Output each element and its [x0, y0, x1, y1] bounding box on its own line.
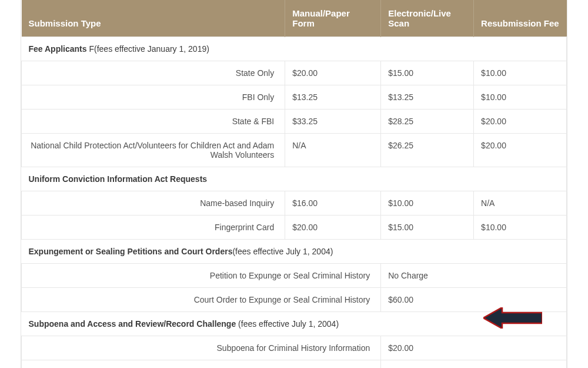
- cell-value: $13.25: [285, 85, 381, 110]
- annotation-arrow-icon: [483, 307, 542, 329]
- section-fee-applicants: Fee Applicants F(fees effective January …: [22, 37, 567, 61]
- row-label: Subpoena for Criminal History Informatio…: [22, 336, 381, 360]
- cell-value: N/A: [474, 191, 567, 216]
- section-title: Uniform Conviction Information Act Reque…: [29, 174, 208, 184]
- cell-value: $10.00: [474, 216, 567, 240]
- row-label: Fingerprint Card: [22, 216, 285, 240]
- row-label: Name-based Inquiry: [22, 191, 285, 216]
- section-note: (fees effective July 1, 2004): [232, 247, 333, 256]
- col-manual-paper: Manual/Paper Form: [285, 0, 381, 37]
- col-electronic: Electronic/Live Scan: [381, 0, 474, 37]
- section-uniform-conviction: Uniform Conviction Information Act Reque…: [22, 167, 567, 191]
- table-row: State Only $20.00 $15.00 $10.00: [22, 61, 567, 85]
- row-label: Court Order to Expunge or Seal Criminal …: [22, 288, 381, 312]
- table-row: Illinois Access and Review/Record Challe…: [22, 360, 567, 369]
- row-label: FBI Only: [22, 85, 285, 110]
- cell-value: $20.00: [285, 61, 381, 85]
- table-row: Subpoena for Criminal History Informatio…: [22, 336, 567, 360]
- table-row: National Child Protection Act/Volunteers…: [22, 134, 567, 167]
- cell-value: $20.00: [474, 134, 567, 167]
- row-label: State Only: [22, 61, 285, 85]
- cell-value: $16.00: [285, 191, 381, 216]
- section-title: Expungement or Sealing Petitions and Cou…: [29, 247, 233, 256]
- row-label: Petition to Expunge or Seal Criminal His…: [22, 264, 381, 288]
- cell-value: $15.00: [381, 216, 474, 240]
- cell-value: N/A: [285, 134, 381, 167]
- col-resubmission: Resubmission Fee: [474, 0, 567, 37]
- cell-value: No Charge: [381, 264, 567, 288]
- section-note: (fees effective July 1, 2004): [236, 319, 339, 329]
- table-row: Fingerprint Card $20.00 $15.00 $10.00: [22, 216, 567, 240]
- cell-value: $20.00: [474, 110, 567, 134]
- table-header-row: Submission Type Manual/Paper Form Electr…: [22, 0, 567, 37]
- cell-value: No Charge: [381, 360, 567, 369]
- cell-value: $13.25: [381, 85, 474, 110]
- col-submission-type: Submission Type: [22, 0, 285, 37]
- cell-value: $10.00: [474, 85, 567, 110]
- cell-value: $15.00: [381, 61, 474, 85]
- section-title: Fee Applicants: [29, 44, 87, 54]
- cell-value: $28.25: [381, 110, 474, 134]
- section-title: Subpoena and Access and Review/Record Ch…: [29, 319, 236, 329]
- table-row: Name-based Inquiry $16.00 $10.00 N/A: [22, 191, 567, 216]
- arrow-shape: [483, 307, 542, 329]
- cell-value: $10.00: [381, 191, 474, 216]
- cell-value: $10.00: [474, 61, 567, 85]
- cell-value: $26.25: [381, 134, 474, 167]
- cell-value: $20.00: [381, 336, 567, 360]
- cell-value: $33.25: [285, 110, 381, 134]
- row-label: State & FBI: [22, 110, 285, 134]
- section-note: F(fees effective January 1, 2019): [87, 44, 209, 54]
- table-row: FBI Only $13.25 $13.25 $10.00: [22, 85, 567, 110]
- table-row: State & FBI $33.25 $28.25 $20.00: [22, 110, 567, 134]
- row-label: Illinois Access and Review/Record Challe…: [22, 360, 381, 369]
- table-row: Petition to Expunge or Seal Criminal His…: [22, 264, 567, 288]
- section-expungement: Expungement or Sealing Petitions and Cou…: [22, 240, 567, 264]
- cell-value: $20.00: [285, 216, 381, 240]
- row-label: National Child Protection Act/Volunteers…: [22, 134, 285, 167]
